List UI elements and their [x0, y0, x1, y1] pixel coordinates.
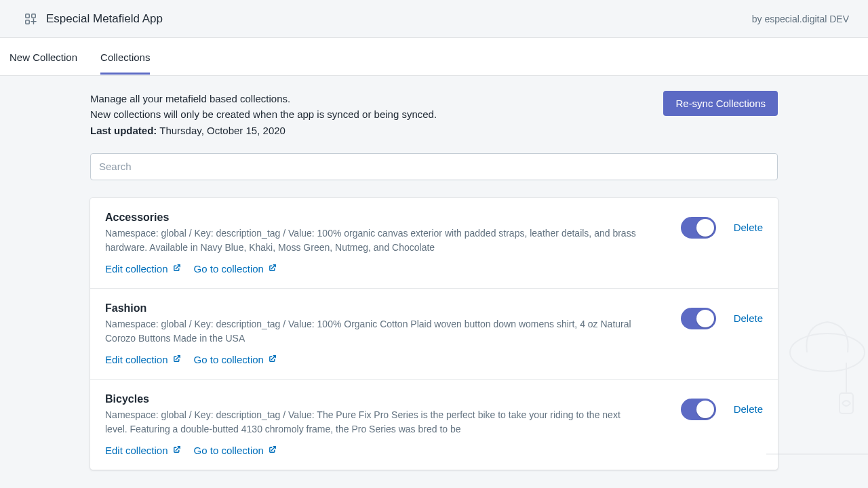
tab-new-collection[interactable]: New Collection	[9, 39, 77, 75]
intro-row: Manage all your metafield based collecti…	[90, 91, 778, 138]
last-updated-label: Last updated:	[90, 125, 157, 136]
item-main: Fashion Namespace: global / Key: descrip…	[105, 302, 660, 365]
external-link-icon	[172, 445, 182, 456]
page-content: Manage all your metafield based collecti…	[90, 76, 778, 470]
goto-collection-label: Go to collection	[194, 354, 264, 365]
edit-collection-link[interactable]: Edit collection	[105, 263, 182, 274]
goto-collection-label: Go to collection	[194, 263, 264, 274]
intro-line1: Manage all your metafield based collecti…	[90, 91, 437, 106]
item-title: Fashion	[105, 302, 660, 314]
edit-collection-link[interactable]: Edit collection	[105, 445, 182, 456]
delete-link[interactable]: Delete	[734, 312, 763, 324]
tab-collections[interactable]: Collections	[100, 39, 150, 75]
app-grid-icon	[24, 13, 37, 25]
external-link-icon	[268, 354, 277, 365]
spacer	[90, 180, 778, 198]
svg-rect-5	[840, 393, 853, 413]
intro-line2: New collections will only be created whe…	[90, 106, 437, 122]
item-title: Bicycles	[105, 393, 660, 405]
delete-link[interactable]: Delete	[734, 222, 763, 233]
intro-last-updated: Last updated: Thursday, October 15, 2020	[90, 123, 437, 138]
decorative-illustration	[766, 312, 868, 461]
list-item: Accessories Namespace: global / Key: des…	[90, 198, 778, 289]
delete-link[interactable]: Delete	[734, 403, 763, 415]
last-updated-value: Thursday, October 15, 2020	[159, 125, 285, 136]
search-input[interactable]	[90, 153, 778, 180]
collections-list: Accessories Namespace: global / Key: des…	[90, 198, 778, 470]
external-link-icon	[172, 263, 182, 274]
item-actions: Delete	[681, 302, 763, 329]
goto-collection-link[interactable]: Go to collection	[194, 354, 277, 365]
edit-collection-link[interactable]: Edit collection	[105, 354, 182, 365]
item-links: Edit collection Go to collection	[105, 263, 660, 274]
resync-button[interactable]: Re-sync Collections	[663, 91, 778, 116]
list-item: Bicycles Namespace: global / Key: descri…	[90, 380, 778, 470]
goto-collection-link[interactable]: Go to collection	[194, 445, 277, 456]
external-link-icon	[268, 445, 277, 456]
enable-toggle[interactable]	[681, 217, 716, 239]
topbar: Especial Metafield App by especial.digit…	[0, 0, 868, 38]
item-links: Edit collection Go to collection	[105, 354, 660, 365]
edit-collection-label: Edit collection	[105, 445, 168, 456]
app-title: Especial Metafield App	[46, 12, 163, 26]
svg-point-3	[790, 333, 865, 371]
intro-text: Manage all your metafield based collecti…	[90, 91, 437, 138]
svg-rect-2	[26, 20, 29, 23]
search-wrap	[90, 153, 778, 180]
item-actions: Delete	[681, 211, 763, 239]
item-main: Bicycles Namespace: global / Key: descri…	[105, 393, 660, 456]
tabbar: New Collection Collections	[0, 38, 868, 76]
app-byline: by especial.digital DEV	[752, 14, 849, 24]
goto-collection-link[interactable]: Go to collection	[194, 263, 277, 274]
topbar-left: Especial Metafield App	[24, 12, 163, 26]
item-description: Namespace: global / Key: description_tag…	[105, 226, 641, 255]
item-description: Namespace: global / Key: description_tag…	[105, 317, 641, 346]
item-title: Accessories	[105, 211, 660, 224]
item-actions: Delete	[681, 393, 763, 420]
item-links: Edit collection Go to collection	[105, 445, 660, 456]
enable-toggle[interactable]	[681, 399, 716, 420]
edit-collection-label: Edit collection	[105, 354, 168, 365]
enable-toggle[interactable]	[681, 308, 716, 329]
item-main: Accessories Namespace: global / Key: des…	[105, 211, 660, 274]
list-item: Fashion Namespace: global / Key: descrip…	[90, 289, 778, 380]
goto-collection-label: Go to collection	[194, 445, 264, 456]
svg-rect-1	[32, 14, 35, 17]
edit-collection-label: Edit collection	[105, 263, 168, 274]
external-link-icon	[268, 263, 277, 274]
svg-rect-0	[26, 14, 29, 17]
external-link-icon	[172, 354, 182, 365]
item-description: Namespace: global / Key: description_tag…	[105, 408, 641, 436]
